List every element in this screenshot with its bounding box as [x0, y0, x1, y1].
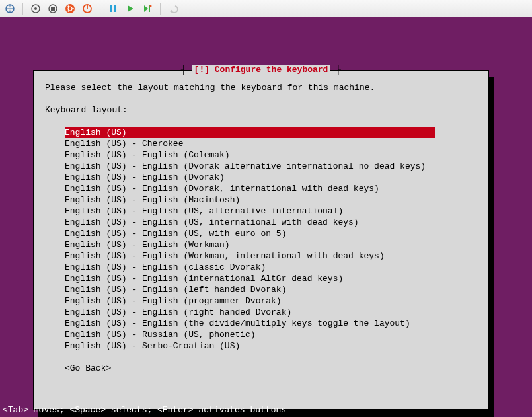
layout-option[interactable]: English (US) - English (left handed Dvor… — [65, 284, 477, 295]
pause-icon[interactable] — [107, 3, 119, 15]
svg-marker-14 — [128, 5, 133, 12]
layout-option[interactable]: English (US) - English (Workman) — [65, 239, 477, 250]
play-icon[interactable] — [124, 3, 136, 15]
layout-option[interactable]: English (US) - English (Dvorak, internat… — [65, 183, 477, 194]
svg-marker-18 — [170, 9, 172, 13]
svg-rect-13 — [114, 5, 116, 12]
layout-option[interactable]: English (US) - English (Colemak) — [65, 149, 477, 161]
layout-option[interactable]: English (US) - English (the divide/multi… — [65, 318, 477, 329]
svg-point-17 — [150, 5, 152, 7]
dialog-frame-left: ┤ — [181, 65, 192, 75]
go-back-button[interactable]: <Go Back> — [65, 363, 477, 374]
prompt-text: Please select the layout matching the ke… — [45, 82, 477, 93]
label-text: Keyboard layout: — [45, 104, 477, 116]
undo-icon[interactable] — [167, 3, 179, 15]
layout-option[interactable]: English (US) - Serbo-Croatian (US) — [65, 340, 477, 352]
layout-option[interactable]: English (US) - English (Dvorak) — [65, 172, 477, 183]
vm-toolbar — [0, 0, 532, 17]
layout-option[interactable]: English (US) - English (Macintosh) — [65, 194, 477, 206]
layout-option[interactable]: English (US) - English (international Al… — [65, 273, 477, 284]
svg-marker-15 — [144, 5, 148, 12]
layout-option[interactable]: English (US) - English (classic Dvorak) — [65, 262, 477, 273]
dialog-title-row: ┤ [!] Configure the keyboard ├ — [34, 64, 488, 75]
separator — [22, 3, 23, 15]
layout-option[interactable]: English (US) - English (Workman, interna… — [65, 250, 477, 262]
layout-option[interactable]: English (US) — [65, 127, 435, 138]
svg-point-8 — [68, 5, 70, 7]
svg-point-7 — [72, 7, 74, 9]
configure-keyboard-dialog: ┤ [!] Configure the keyboard ├ Please se… — [33, 70, 489, 410]
svg-point-9 — [68, 10, 70, 12]
power-icon[interactable] — [81, 3, 93, 15]
separator — [160, 3, 161, 15]
layout-option[interactable]: English (US) - English (US, alternative … — [65, 206, 477, 217]
play-step-icon[interactable] — [141, 3, 153, 15]
dialog-frame-right: ├ — [330, 65, 341, 75]
record-icon[interactable] — [47, 3, 59, 15]
circle-dot-icon[interactable] — [30, 3, 42, 15]
svg-rect-12 — [110, 5, 112, 12]
separator — [100, 3, 100, 15]
globe-icon[interactable] — [4, 3, 16, 15]
keyboard-layout-list[interactable]: English (US)English (US) - CherokeeEngli… — [65, 127, 477, 352]
svg-point-2 — [34, 7, 37, 10]
console-area: ┤ [!] Configure the keyboard ├ Please se… — [0, 17, 532, 417]
dialog-title: [!] Configure the keyboard — [192, 65, 331, 75]
help-bar: <Tab> moves; <Space> selects; <Enter> ac… — [0, 404, 532, 417]
layout-option[interactable]: English (US) - English (programmer Dvora… — [65, 295, 477, 307]
svg-rect-4 — [51, 7, 55, 11]
layout-option[interactable]: English (US) - English (US, internationa… — [65, 217, 477, 228]
layout-option[interactable]: English (US) - Cherokee — [65, 138, 477, 149]
layout-option[interactable]: English (US) - English (right handed Dvo… — [65, 307, 477, 318]
ubuntu-icon[interactable] — [64, 3, 76, 15]
layout-option[interactable]: English (US) - English (US, with euro on… — [65, 228, 477, 239]
layout-option[interactable]: English (US) - Russian (US, phonetic) — [65, 329, 477, 340]
layout-option[interactable]: English (US) - English (Dvorak alternati… — [65, 161, 477, 172]
